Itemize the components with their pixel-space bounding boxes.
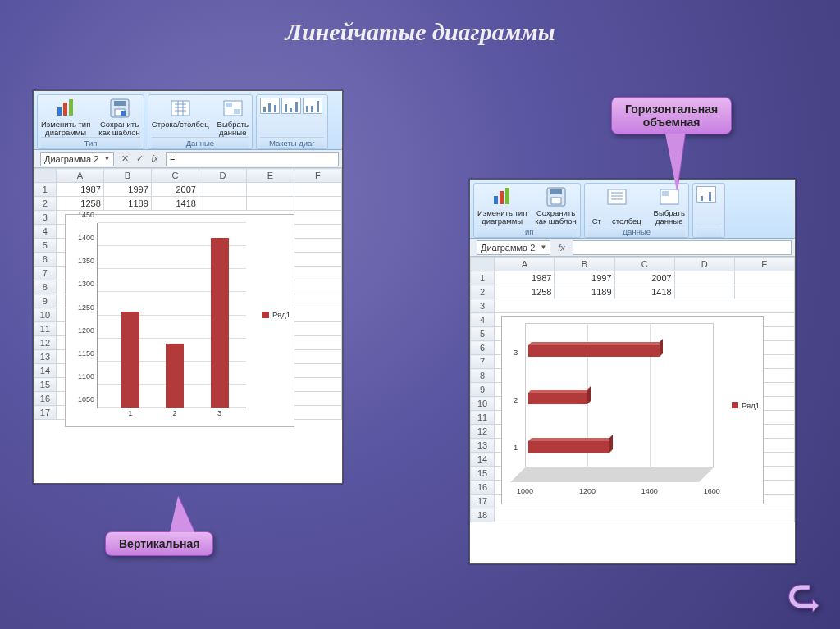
cell[interactable]: 1997 <box>103 183 151 197</box>
formula-bar[interactable]: = <box>166 152 339 166</box>
cell[interactable] <box>199 197 246 211</box>
cell[interactable] <box>674 271 734 285</box>
dropdown-icon: ▼ <box>540 244 546 251</box>
legend-swatch <box>262 312 269 318</box>
col-header[interactable]: F <box>294 169 341 183</box>
cell[interactable]: 1418 <box>151 197 199 211</box>
row-header[interactable]: 3 <box>471 299 495 313</box>
row-header[interactable]: 13 <box>471 439 495 453</box>
col-header[interactable]: A <box>56 169 103 183</box>
spreadsheet-grid-right[interactable]: A B C D E 1 1987 1997 2007 2 1258 1189 1… <box>470 257 795 563</box>
cell[interactable]: 1189 <box>103 197 151 211</box>
row-header[interactable]: 8 <box>34 280 57 294</box>
cell[interactable] <box>734 285 794 299</box>
col-header[interactable]: B <box>555 258 614 271</box>
save-as-template-button[interactable]: Сохранить как шаблон <box>535 186 577 225</box>
cell[interactable]: 2007 <box>614 271 674 285</box>
row-header[interactable]: 11 <box>34 322 57 336</box>
change-chart-type-button[interactable]: Изменить тип диаграммы <box>477 186 527 225</box>
cell[interactable] <box>246 197 294 211</box>
chart-layouts-gallery[interactable] <box>696 186 721 203</box>
row-header[interactable]: 2 <box>34 197 57 211</box>
row-header[interactable]: 3 <box>34 211 57 225</box>
row-header[interactable]: 10 <box>34 308 57 322</box>
cell[interactable]: 1418 <box>614 285 674 299</box>
select-all-corner[interactable] <box>471 258 495 271</box>
col-header[interactable]: A <box>495 258 555 271</box>
col-header[interactable]: C <box>151 169 199 183</box>
col-header[interactable]: B <box>103 169 151 183</box>
chart-layouts-gallery[interactable] <box>260 98 324 114</box>
cancel-icon[interactable]: ✕ <box>121 153 129 163</box>
switch-row-col-button[interactable]: Строка/столбец Ст столбец <box>588 186 646 225</box>
select-data-button[interactable]: Выбрать данные <box>654 186 685 225</box>
row-header[interactable]: 4 <box>34 225 57 239</box>
row-header[interactable]: 16 <box>34 392 57 406</box>
name-box[interactable]: Диаграмма 2▼ <box>477 240 550 255</box>
fx-icon[interactable]: fx <box>558 243 565 253</box>
back-arrow-button[interactable] <box>788 585 825 618</box>
row-header[interactable]: 16 <box>471 481 495 495</box>
row-header[interactable]: 17 <box>471 495 495 508</box>
save-as-template-button[interactable]: Сохранить как шаблон <box>98 98 140 136</box>
row-header[interactable]: 17 <box>34 406 57 420</box>
name-box[interactable]: Диаграмма 2▼ <box>40 152 114 166</box>
enter-icon[interactable]: ✓ <box>136 153 144 163</box>
row-header[interactable]: 10 <box>471 397 495 411</box>
row-header[interactable]: 15 <box>471 467 495 481</box>
row-header[interactable]: 2 <box>471 285 495 299</box>
cell[interactable] <box>294 183 341 197</box>
col-header[interactable]: D <box>199 169 246 183</box>
cell[interactable] <box>294 197 341 211</box>
row-header[interactable]: 5 <box>471 327 495 341</box>
row-header[interactable]: 6 <box>34 253 57 267</box>
row-header[interactable]: 9 <box>34 294 57 308</box>
cell[interactable]: 1987 <box>56 183 103 197</box>
cell[interactable]: 2007 <box>151 183 199 197</box>
col-header[interactable]: C <box>614 258 674 271</box>
cell[interactable] <box>674 285 734 299</box>
ribbon-group-layouts <box>692 183 725 238</box>
cell[interactable]: 1987 <box>495 271 555 285</box>
row-header[interactable]: 1 <box>471 271 495 285</box>
cell[interactable] <box>734 271 794 285</box>
embedded-chart-horizontal-3d-bar[interactable]: 3 2 1 1000 1200 1400 1600 Ряд1 <box>501 316 764 504</box>
col-header[interactable]: D <box>674 258 734 271</box>
fx-icon[interactable]: fx <box>151 153 158 163</box>
cell[interactable]: 1997 <box>555 271 614 285</box>
row-header[interactable]: 9 <box>471 383 495 397</box>
row-header[interactable]: 12 <box>34 336 57 350</box>
cell[interactable] <box>246 183 294 197</box>
cell[interactable]: 1258 <box>56 197 103 211</box>
row-header[interactable]: 6 <box>471 341 495 355</box>
row-header[interactable]: 8 <box>471 369 495 383</box>
row-header[interactable]: 4 <box>471 313 495 327</box>
switch-row-col-button[interactable]: Строка/столбец <box>152 98 209 136</box>
embedded-chart-vertical-bar[interactable]: 1050 1100 1150 1200 1250 1300 1350 1400 … <box>65 214 294 427</box>
select-data-button[interactable]: Выбрать данные <box>217 98 249 136</box>
spreadsheet-grid-left[interactable]: A B C D E F 1 1987 1997 2007 2 1258 1189… <box>34 168 342 483</box>
row-header[interactable]: 14 <box>471 453 495 467</box>
row-header[interactable]: 5 <box>34 239 57 253</box>
row-header[interactable]: 11 <box>471 411 495 425</box>
select-all-corner[interactable] <box>34 169 57 183</box>
cell[interactable] <box>199 183 246 197</box>
row-header[interactable]: 15 <box>34 378 57 392</box>
row-header[interactable]: 18 <box>471 508 495 522</box>
bar-3 <box>211 238 229 408</box>
row-header[interactable]: 12 <box>471 425 495 439</box>
change-chart-type-button[interactable]: Изменить тип диаграммы <box>41 98 90 136</box>
row-header[interactable]: 7 <box>34 267 57 280</box>
ribbon-group-label-layouts: Макеты диаг <box>260 137 324 148</box>
cell[interactable]: 1258 <box>495 285 555 299</box>
col-header[interactable]: E <box>734 258 794 271</box>
cell[interactable]: 1189 <box>555 285 614 299</box>
col-header[interactable]: E <box>246 169 294 183</box>
row-header[interactable]: 13 <box>34 350 57 364</box>
formula-bar[interactable] <box>573 240 792 255</box>
hbar-3 <box>528 345 660 357</box>
row-header[interactable]: 7 <box>471 355 495 369</box>
svg-rect-10 <box>494 196 498 204</box>
row-header[interactable]: 1 <box>34 183 57 197</box>
row-header[interactable]: 14 <box>34 364 57 378</box>
